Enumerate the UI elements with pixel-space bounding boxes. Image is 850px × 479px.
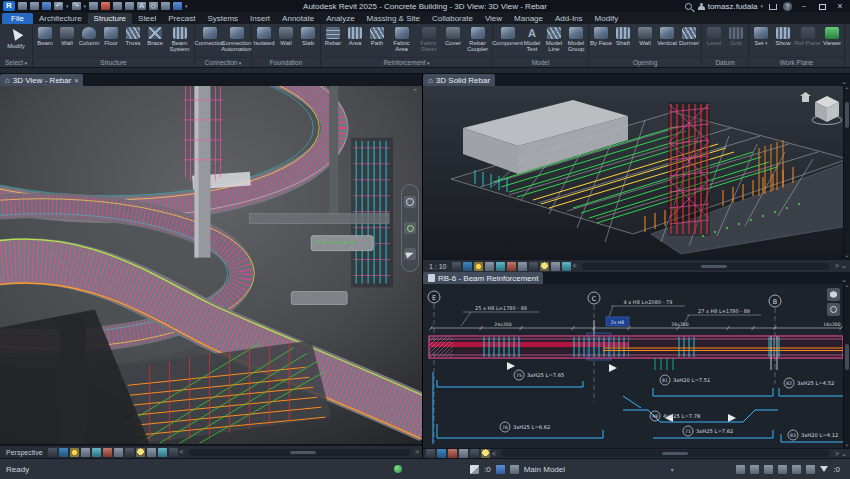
by-face-button[interactable]: By Face <box>590 25 612 46</box>
zoom-tool-icon[interactable] <box>404 222 416 234</box>
beam-button[interactable]: Beam <box>34 25 56 46</box>
analytical-model-icon[interactable] <box>169 448 178 457</box>
save-icon[interactable] <box>30 2 39 10</box>
area-reinforcement-button[interactable]: Area <box>344 25 366 46</box>
filter-icon[interactable] <box>820 466 828 472</box>
reveal-hidden-icon[interactable] <box>136 448 145 457</box>
section-icon[interactable] <box>161 2 170 10</box>
wall-foundation-button[interactable]: Wall <box>275 25 297 46</box>
scrollbar-handle[interactable] <box>701 265 727 268</box>
nav-wheel-icon[interactable] <box>827 303 840 316</box>
pane-collapse-icon[interactable] <box>841 78 847 86</box>
scroll-right-icon[interactable] <box>835 449 839 459</box>
tab-collaborate[interactable]: Collaborate <box>426 13 479 24</box>
panel-label-datum[interactable]: Datum <box>703 57 747 67</box>
minimize-button[interactable] <box>798 1 810 11</box>
scrollbar-handle[interactable] <box>845 344 849 370</box>
dormer-button[interactable]: Dormer <box>678 25 700 46</box>
default-3d-view-icon[interactable]: ◇ <box>149 2 158 10</box>
rebar-coupler-button[interactable]: Rebar Coupler <box>464 25 491 53</box>
scale-button[interactable]: Perspective <box>3 449 46 456</box>
panel-label-foundation[interactable]: Foundation <box>253 57 319 67</box>
fabric-sheet-button[interactable]: Fabric Sheet <box>415 25 442 53</box>
text-icon[interactable]: A <box>137 2 146 10</box>
thin-lines-icon[interactable] <box>173 2 182 10</box>
background-processes-icon[interactable] <box>806 465 815 474</box>
tab-massing-site[interactable]: Massing & Site <box>361 13 426 24</box>
aligned-dimension-icon[interactable] <box>113 2 122 10</box>
detail-level-icon[interactable] <box>48 448 57 457</box>
scrollbar-handle[interactable] <box>662 452 688 455</box>
redo-caret-icon[interactable] <box>84 3 87 9</box>
panel-label-opening[interactable]: Opening <box>590 57 700 67</box>
sun-path-icon[interactable] <box>474 262 483 271</box>
restore-button[interactable] <box>816 1 828 11</box>
pane-corner-icon[interactable] <box>841 261 847 271</box>
visual-style-icon[interactable] <box>463 262 472 271</box>
panel-label-connection[interactable]: Connection <box>196 57 250 67</box>
view-tab-solid-rebar[interactable]: 3D Solid Rebar <box>423 74 495 86</box>
select-underlay-icon[interactable] <box>750 465 759 474</box>
detail-level-icon[interactable] <box>452 262 461 271</box>
sheet-canvas[interactable]: E C B 25 x H8 L=1780 - 89 4 x H8 L=2080 … <box>423 284 850 448</box>
tab-annotate[interactable]: Annotate <box>276 13 320 24</box>
temporary-view-properties-icon[interactable] <box>562 262 571 271</box>
undo-caret-icon[interactable] <box>66 3 69 9</box>
scrollbar-handle[interactable] <box>290 451 316 454</box>
temporary-view-properties-icon[interactable] <box>158 448 167 457</box>
brace-button[interactable]: Brace <box>144 25 166 46</box>
3d-rebar-canvas[interactable] <box>0 86 422 445</box>
horizontal-scrollbar-sheet[interactable] <box>501 450 830 457</box>
model-text-button[interactable]: Model Text <box>521 25 543 53</box>
wall-opening-button[interactable]: Wall <box>634 25 656 46</box>
temporary-hide-isolate-icon[interactable] <box>470 449 479 458</box>
shadows-icon[interactable] <box>81 448 90 457</box>
reveal-hidden-icon[interactable] <box>540 262 549 271</box>
navbar-collapse-icon[interactable] <box>412 88 418 96</box>
render-icon[interactable] <box>496 262 505 271</box>
scroll-right-icon[interactable] <box>415 447 419 457</box>
tab-modify[interactable]: Modify <box>589 13 625 24</box>
render-icon[interactable] <box>92 448 101 457</box>
scroll-up-icon[interactable] <box>844 284 850 292</box>
drag-on-selection-icon[interactable] <box>792 465 801 474</box>
component-button[interactable]: Component <box>494 25 521 46</box>
pan-tool-icon[interactable] <box>404 248 416 260</box>
pane-corner-icon[interactable] <box>841 449 847 459</box>
tab-precast[interactable]: Precast <box>162 13 201 24</box>
tab-steel[interactable]: Steel <box>132 13 162 24</box>
temporary-hide-isolate-icon[interactable] <box>125 448 134 457</box>
select-by-face-icon[interactable] <box>778 465 787 474</box>
vertical-scrollbar-sheet[interactable] <box>843 284 850 448</box>
crop-view-icon[interactable] <box>507 262 516 271</box>
close-view-icon[interactable] <box>74 77 78 84</box>
vertical-opening-button[interactable]: Vertical <box>656 25 678 46</box>
vcb-expand-icon[interactable] <box>492 449 496 459</box>
sun-path-icon[interactable] <box>70 448 79 457</box>
revit-logo-icon[interactable] <box>3 1 15 11</box>
help-icon[interactable]: ? <box>783 2 792 11</box>
level-button[interactable]: Level <box>703 25 725 46</box>
isolated-button[interactable]: Isolated <box>253 25 275 46</box>
beam-system-button[interactable]: Beam System <box>166 25 193 53</box>
horizontal-scrollbar-solid[interactable] <box>582 263 830 270</box>
view-tab-sheet[interactable]: RB-6 - Beam Reinforcement <box>423 272 543 284</box>
steering-wheel-icon[interactable] <box>404 196 416 208</box>
print-icon[interactable] <box>89 2 98 10</box>
close-button[interactable] <box>834 1 846 11</box>
panel-label-select[interactable]: Select <box>1 57 31 67</box>
ref-plane-button[interactable]: Ref Plane <box>794 25 821 46</box>
panel-label-structure[interactable]: Structure <box>34 57 193 67</box>
connection-automation-button[interactable]: Connection Automation <box>223 25 250 53</box>
show-crop-icon[interactable] <box>518 262 527 271</box>
scale-button[interactable]: 1 : 10 <box>426 263 450 270</box>
pane-collapse-icon[interactable] <box>841 276 847 284</box>
measure-icon[interactable] <box>101 2 110 10</box>
model-line-button[interactable]: Model Line <box>543 25 565 53</box>
crop-view-icon[interactable] <box>448 449 457 458</box>
vcb-expand-icon[interactable] <box>573 261 577 271</box>
open-icon[interactable] <box>18 2 27 10</box>
vcb-expand-icon[interactable] <box>180 447 184 457</box>
temporary-hide-isolate-icon[interactable] <box>529 262 538 271</box>
viewer-button[interactable]: Viewer <box>821 25 843 46</box>
